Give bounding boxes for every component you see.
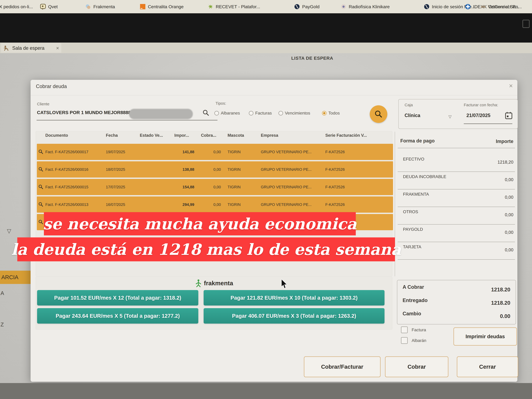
search-button[interactable] <box>370 105 387 123</box>
radio-label: Facturas <box>255 111 272 116</box>
radio-vencimientos[interactable]: Vencimientos <box>279 111 310 116</box>
radio-albaranes[interactable]: Albaranes <box>214 111 240 116</box>
payment-method[interactable]: PAYGOLD <box>403 227 423 232</box>
chat-bubble-icon <box>40 4 46 10</box>
total-value[interactable]: 1218.20 <box>491 300 510 306</box>
imprimir-deudas-button[interactable]: Imprimir deudas <box>454 327 517 346</box>
fecha-underline <box>464 124 512 124</box>
fecha-label: Facturar con fecha: <box>464 103 498 107</box>
col-header-mascota[interactable]: Mascota <box>228 133 244 138</box>
frakmenta-plan-button[interactable]: Pagar 101.52 EUR/mes X 12 (Total a pagar… <box>37 290 198 305</box>
chrome-corner-icon <box>522 20 530 28</box>
total-value: 1218.20 <box>491 287 510 293</box>
fecha-input[interactable]: 21/07/2025 <box>466 113 490 118</box>
bookmark-label: X pedidos on-li... <box>0 4 33 9</box>
payment-method[interactable]: FRAKMENTA <box>403 192 429 197</box>
payment-method[interactable]: EFECTIVO <box>403 157 424 162</box>
screen: X pedidos on-li... Qvet Frakmenta Centra… <box>0 0 532 399</box>
bookmark-item[interactable]: PayGold <box>294 0 319 13</box>
background-list-item: Z <box>0 322 4 328</box>
payment-amount[interactable]: 0,00 <box>484 212 513 217</box>
globe-icon <box>294 4 300 10</box>
cobrar-facturar-button[interactable]: Cobrar/Facturar <box>304 356 380 377</box>
payment-amount[interactable]: 0,00 <box>484 247 513 253</box>
radio-facturas[interactable]: Facturas <box>249 111 272 116</box>
table-row[interactable]: Fact. F-KAT2526/000016 18/07/2025 138,88… <box>37 161 393 177</box>
caja-select[interactable]: Clínica <box>405 113 420 118</box>
col-header-serie[interactable]: Serie Facturación V... <box>325 133 367 138</box>
total-label: Entregado <box>403 298 428 303</box>
bookmark-item[interactable]: Centralita Orange <box>140 0 184 13</box>
checkbox-factura[interactable] <box>401 327 408 333</box>
bookmark-item[interactable]: Comercial San... <box>480 0 522 13</box>
payment-amount[interactable]: 1218,20 <box>484 160 513 165</box>
col-header-estado[interactable]: Estado Ve... <box>140 133 163 138</box>
redaction-blur <box>129 109 193 119</box>
bookmark-label: Frakmenta <box>93 4 115 9</box>
payment-method-header: Forma de pago <box>400 138 435 144</box>
totals-box: A Cobrar 1218.20 Entregado 1218.20 Cambi… <box>397 280 516 324</box>
checkbox-albaran[interactable] <box>401 337 408 344</box>
table-row[interactable]: Fact. F-KAT2526/000013 16/07/2025 294,99… <box>37 196 393 213</box>
tab-label: Sala de espera <box>12 45 44 51</box>
desktop-bottom-strip <box>0 383 532 399</box>
cobrar-button[interactable]: Cobrar <box>385 356 448 377</box>
radio-todos[interactable]: Todos <box>322 111 340 116</box>
bookmark-item[interactable]: X pedidos on-li... <box>0 0 33 13</box>
orange-square-icon <box>140 4 146 10</box>
total-label: Cambio <box>403 311 421 317</box>
caja-fecha-box: Caja Clínica ▽ Facturar con fecha: 21/07… <box>398 99 518 129</box>
row-search-icon[interactable] <box>38 184 44 190</box>
calendar-icon[interactable] <box>505 112 513 120</box>
page-title: LISTA DE ESPERA <box>291 56 333 61</box>
payment-method[interactable]: DEUDA INCOBRABLE <box>403 174 446 179</box>
payment-amount[interactable]: 0,00 <box>484 195 513 200</box>
tab-sala-de-espera[interactable]: Sala de espera × <box>1 43 61 53</box>
col-header-documento[interactable]: Documento <box>45 133 68 138</box>
row-search-icon[interactable] <box>38 149 44 154</box>
frakmenta-sprout-icon <box>195 279 202 287</box>
row-search-icon[interactable] <box>38 167 44 172</box>
frakmenta-wordmark: frakmenta <box>204 279 233 287</box>
payment-amount-header: Importe <box>489 139 513 144</box>
table-row[interactable]: Fact. F-KAT2526/000017 19/07/2025 141,88… <box>37 144 393 160</box>
payment-amount[interactable]: 0,00 <box>484 177 513 182</box>
bookmark-item[interactable]: Qvet <box>40 0 58 13</box>
client-input-underline <box>37 120 217 120</box>
col-header-importe[interactable]: Impor... <box>174 133 189 138</box>
frakmenta-plan-button[interactable]: Pagar 121.82 EUR/mes X 10 (Total a pagar… <box>204 290 385 305</box>
frakmenta-plan-button[interactable]: Pagar 243.64 EUR/mes X 5 (Total a pagar:… <box>37 308 198 323</box>
bookmark-label: PayGold <box>302 4 319 9</box>
bookmark-label: Centralita Orange <box>148 4 184 9</box>
bookmarks-bar: X pedidos on-li... Qvet Frakmenta Centra… <box>0 0 532 13</box>
tipos-label: Tipos: <box>215 101 226 106</box>
tab-close-icon[interactable]: × <box>56 45 59 51</box>
col-header-cobrado[interactable]: Cobra... <box>201 133 216 138</box>
payment-method[interactable]: TARJETA <box>403 244 421 249</box>
bookmark-label: Qvet <box>48 4 58 9</box>
row-search-icon[interactable] <box>38 219 44 225</box>
payment-method[interactable]: OTROS <box>403 209 418 214</box>
chevron-down-icon[interactable]: ▽ <box>449 114 451 119</box>
bookmark-item[interactable]: Radiofísica Klinikare <box>341 0 390 13</box>
radio-selected-icon <box>322 111 327 115</box>
cerrar-button[interactable]: Cerrar <box>457 356 518 377</box>
frakmenta-plan-button[interactable]: Pagar 406.07 EUR/mes X 3 (Total a pagar:… <box>204 308 385 323</box>
col-header-fecha[interactable]: Fecha <box>106 133 118 138</box>
background-list-item-highlighted[interactable]: ARCIA <box>0 271 33 284</box>
bookmark-label: Comercial San... <box>488 4 522 9</box>
bookmark-item[interactable]: RECEVET - Platafor... <box>208 0 260 13</box>
checkbox-albaran-label: Albarán <box>412 338 426 343</box>
table-row[interactable]: Fact. F-KAT2526/000015 17/07/2025 154,88… <box>37 179 393 195</box>
row-search-icon[interactable] <box>38 202 44 207</box>
caja-label: Caja <box>405 103 413 107</box>
client-search-icon[interactable] <box>203 109 209 116</box>
client-input[interactable]: CATSLOVERS POR 1 MUNDO MEJOR8888 <box>37 110 131 115</box>
payment-amount[interactable]: 0,00 <box>484 230 513 235</box>
bookmark-label: RECEVET - Platafor... <box>216 4 260 9</box>
dialog-close-icon[interactable]: × <box>509 82 513 90</box>
video-caption-1: se necesita mucha ayuda economica <box>44 212 356 235</box>
radio-label: Todos <box>328 111 340 116</box>
col-header-empresa[interactable]: Empresa <box>261 133 278 138</box>
bookmark-item[interactable]: Frakmenta <box>85 0 115 13</box>
